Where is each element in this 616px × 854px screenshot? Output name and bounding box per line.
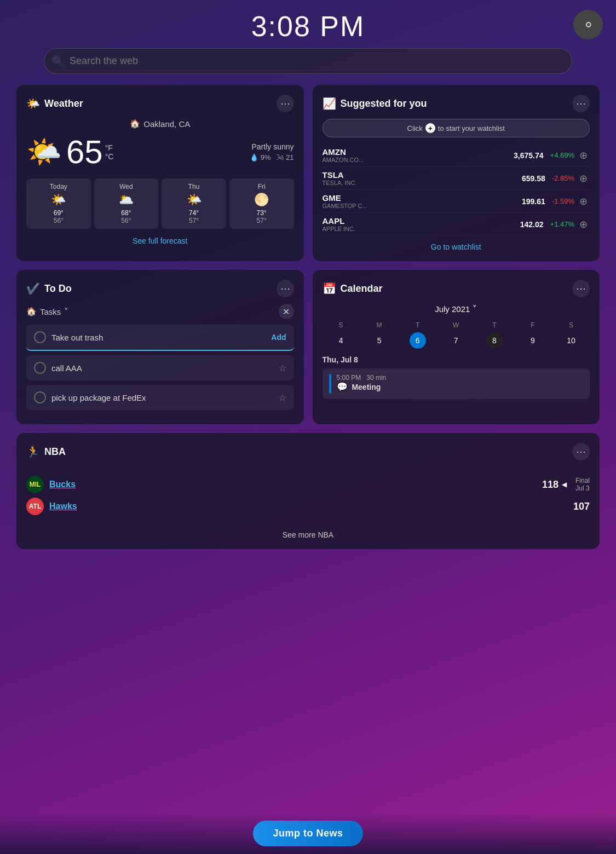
cal-day-5[interactable]: 5 [371, 332, 388, 349]
hawks-logo: ATL [26, 498, 44, 515]
stocks-card: 📈 Suggested for you ⋯ Click + to start y… [313, 85, 600, 261]
nba-match: MIL Bucks 118 ◀ Final Jul 3 ATL Hawks [26, 467, 590, 524]
calendar-chevron-icon: ˅ [473, 304, 477, 314]
cal-dow-s1: S [323, 319, 360, 331]
nba-team-row-2: ATL Hawks 107 [26, 495, 590, 517]
cal-dow-s2: S [552, 319, 590, 331]
forecast-row: Today 🌤️ 69° 56° Wed 🌥️ 68° 56° Thu 🌤️ [26, 178, 294, 229]
tasks-close-button[interactable]: ✕ [279, 304, 294, 319]
stocks-title: Suggested for you [341, 98, 427, 109]
todo-action-0[interactable]: Add [271, 333, 286, 342]
forecast-thu: Thu 🌤️ 74° 57° [162, 178, 226, 229]
stock-add-gme[interactable]: ⊕ [577, 195, 590, 208]
nba-title: NBA [44, 446, 66, 458]
weather-temperature: 65 [66, 133, 103, 171]
stock-row-gme: GME GAMESTOP C... 199.61 -1.59% ⊕ [323, 190, 590, 213]
todo-item-1: call AAA ☆ [26, 355, 294, 380]
weather-details: 💧 9% 🌬 21 [250, 153, 293, 161]
todo-item-2: pick up package at FedEx ☆ [26, 385, 294, 410]
weather-more-button[interactable]: ⋯ [277, 95, 294, 112]
winner-arrow: ◀ [562, 481, 567, 488]
cal-dow-m: M [361, 319, 398, 331]
stock-row-aapl: AAPL APPLE INC. 142.02 +1.47% ⊕ [323, 213, 590, 236]
todo-star-2[interactable]: ☆ [279, 393, 286, 403]
stock-add-amzn[interactable]: ⊕ [577, 149, 590, 162]
todo-checkbox-2[interactable] [34, 391, 46, 403]
weather-location: 🏠 Oakland, CA [26, 119, 294, 129]
forecast-today: Today 🌤️ 69° 56° [26, 178, 91, 229]
stocks-icon: 📈 [323, 97, 336, 110]
todo-text-2: pick up package at FedEx [51, 393, 273, 402]
stock-row-amzn: AMZN AMAZON.CO... 3,675.74 +4.69% ⊕ [323, 144, 590, 167]
start-watchlist-button[interactable]: Click + to start your watchlist [323, 119, 590, 137]
bucks-logo: MIL [26, 476, 44, 493]
stocks-more-button[interactable]: ⋯ [572, 95, 590, 112]
user-icon: ⚬ [582, 16, 595, 34]
humidity-icon: 💧 [250, 153, 258, 161]
home-icon: 🏠 [130, 119, 140, 129]
nba-team-row-1: MIL Bucks 118 ◀ Final Jul 3 [26, 474, 590, 495]
todo-checkbox-1[interactable] [34, 362, 46, 374]
see-full-forecast-link[interactable]: See full forecast [26, 236, 294, 245]
cal-dow-w: W [437, 319, 475, 331]
search-input[interactable] [44, 48, 572, 74]
cal-dow-t2: T [476, 319, 513, 331]
calendar-month-label: July 2021 [435, 304, 470, 314]
calendar-event-bar [329, 374, 331, 394]
go-to-watchlist-link[interactable]: Go to watchlist [323, 243, 590, 251]
see-more-nba-link[interactable]: See more NBA [26, 530, 590, 539]
temp-unit-f: °F [105, 143, 114, 152]
search-bar-container: 🔍 [0, 48, 616, 85]
nba-more-button[interactable]: ⋯ [572, 443, 590, 460]
stock-add-tsla[interactable]: ⊕ [577, 172, 590, 185]
calendar-title: Calendar [341, 283, 383, 295]
calendar-card: 📅 Calendar ⋯ July 2021 ˅ S M T W T F S 4… [313, 270, 600, 424]
nba-icon: 🏃 [26, 445, 40, 458]
cal-dow-f: F [514, 319, 551, 331]
calendar-event-0: 5:00 PM 30 min 💬 Meeting [323, 368, 590, 399]
calendar-more-button[interactable]: ⋯ [572, 280, 590, 297]
cal-day-8-selected[interactable]: 8 [486, 332, 503, 349]
match-result: Final Jul 3 [575, 477, 590, 492]
plus-icon: + [425, 123, 435, 133]
weather-card: 🌤️ Weather ⋯ 🏠 Oakland, CA 🌤️ 65 °F °C P… [16, 85, 304, 261]
tasks-label: Tasks [40, 307, 61, 316]
forecast-wed: Wed 🌥️ 68° 56° [94, 178, 159, 229]
home-tasks-icon: 🏠 [26, 307, 37, 316]
avatar-button[interactable]: ⚬ [573, 10, 603, 39]
todo-checkbox-0[interactable] [34, 331, 46, 343]
weather-condition: Partly sunny [250, 142, 293, 151]
calendar-icon: 📅 [323, 282, 336, 295]
hawks-score: 107 [573, 501, 590, 512]
stock-add-aapl[interactable]: ⊕ [577, 218, 590, 231]
cal-dow-t1: T [399, 319, 436, 331]
cal-day-7[interactable]: 7 [448, 332, 464, 349]
cal-day-10[interactable]: 10 [563, 332, 579, 349]
wind-icon: 🌬 [277, 153, 284, 161]
todo-star-1[interactable]: ☆ [279, 363, 286, 373]
nba-card: 🏃 NBA ⋯ MIL Bucks 118 ◀ Final Jul 3 [16, 433, 600, 549]
forecast-fri: Fri 🌕 73° 57° [229, 178, 294, 229]
todo-title: To Do [44, 283, 72, 295]
weather-title: Weather [44, 98, 83, 109]
stock-row-tsla: TSLA TESLA, INC. 659.58 -2.85% ⊕ [323, 167, 590, 190]
todo-text-0: Take out trash [51, 333, 266, 342]
cards-grid: 🌤️ Weather ⋯ 🏠 Oakland, CA 🌤️ 65 °F °C P… [0, 85, 616, 560]
hawks-team-name[interactable]: Hawks [49, 501, 77, 511]
calendar-month-selector[interactable]: July 2021 ˅ [323, 304, 590, 314]
tasks-chevron-icon: ˅ [64, 307, 68, 316]
weather-condition-icon: 🌤️ [26, 135, 62, 169]
cal-day-6-today[interactable]: 6 [410, 332, 426, 349]
top-bar: 3:08 PM ⚬ [0, 0, 616, 48]
bucks-score: 118 [542, 479, 559, 491]
bucks-team-name[interactable]: Bucks [49, 480, 76, 489]
calendar-date-label: Thu, Jul 8 [323, 355, 590, 364]
cal-day-4[interactable]: 4 [333, 332, 349, 349]
cal-day-9[interactable]: 9 [525, 332, 541, 349]
calendar-grid: S M T W T F S 4 5 6 7 8 9 10 [323, 319, 590, 349]
jump-to-news-button[interactable]: Jump to News [253, 821, 362, 846]
jump-news-bar: Jump to News [0, 813, 616, 854]
todo-more-button[interactable]: ⋯ [277, 280, 294, 297]
todo-item-0: Take out trash Add [26, 325, 294, 351]
temp-unit-c: °C [105, 152, 114, 161]
